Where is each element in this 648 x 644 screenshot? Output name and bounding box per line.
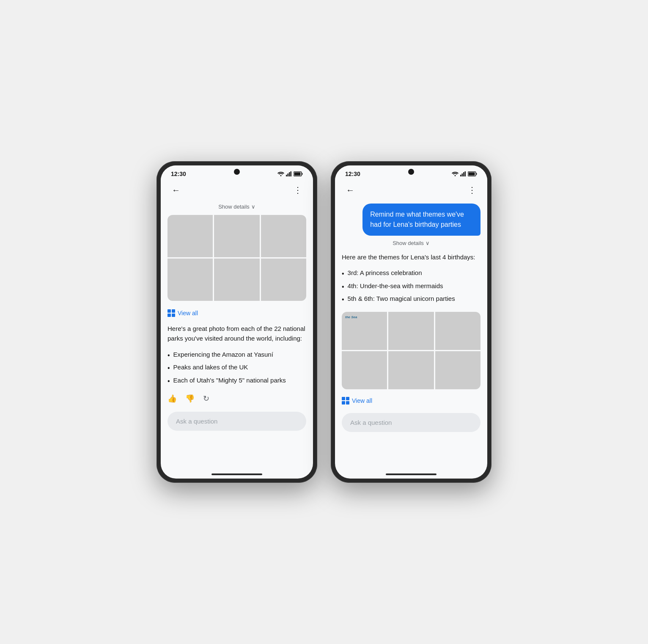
wifi-icon (277, 171, 284, 176)
photo-2-2[interactable] (388, 312, 434, 350)
photo-1-1[interactable] (167, 215, 213, 257)
camera-notch (234, 169, 240, 175)
home-indicator-1 (211, 473, 262, 475)
phone-1: 12:30 (157, 161, 317, 483)
svg-rect-14 (476, 173, 477, 175)
view-all-1[interactable]: View all (167, 306, 306, 322)
chat-bubble-2: Remind me what themes we've had for Lena… (362, 204, 481, 236)
photo-2-1[interactable] (342, 312, 387, 350)
wifi-icon-2 (452, 171, 459, 176)
phones-container: 12:30 (157, 161, 491, 483)
nav-bar-2: ← ⋮ (335, 180, 487, 200)
svg-point-8 (455, 175, 456, 176)
view-all-2[interactable]: View all (342, 394, 481, 410)
bullet-list-1: Experiencing the Amazon at Yasuní Peaks … (167, 347, 306, 389)
photo-2-6[interactable] (435, 351, 481, 389)
photo-2-4[interactable] (342, 351, 387, 389)
back-button-1[interactable]: ← (169, 183, 183, 197)
battery-icon-2 (468, 171, 477, 176)
photo-grid-2[interactable] (342, 312, 481, 389)
home-indicator-2 (386, 473, 437, 475)
more-menu-button-2[interactable]: ⋮ (465, 183, 479, 197)
grid-icon-2 (342, 397, 349, 405)
svg-rect-3 (289, 172, 290, 176)
svg-rect-6 (302, 173, 303, 175)
svg-rect-2 (288, 173, 289, 176)
response-intro-2: Here are the themes for Lena's last 4 bi… (342, 250, 481, 265)
nav-bar-1: ← ⋮ (161, 180, 313, 200)
phone-2: 12:30 (331, 161, 491, 483)
signal-icon (286, 171, 292, 176)
refresh-icon[interactable]: ↻ (203, 394, 209, 403)
photo-1-3[interactable] (261, 215, 306, 257)
thumbs-down-icon[interactable]: 👎 (185, 394, 195, 403)
photo-grid-1[interactable] (167, 215, 306, 301)
ask-input-1[interactable]: Ask a question (167, 412, 306, 431)
bullet-list-2: 3rd: A princess celebration 4th: Under-t… (342, 265, 481, 308)
show-details-2[interactable]: Show details ∨ (342, 237, 481, 250)
svg-rect-11 (463, 172, 464, 176)
feedback-row-1: 👍 👎 ↻ (167, 389, 306, 408)
photo-1-2[interactable] (214, 215, 259, 257)
bullet-item: Experiencing the Amazon at Yasuní (167, 349, 306, 362)
status-icons-1 (277, 171, 303, 176)
svg-rect-15 (469, 173, 475, 176)
bullet-item: 5th & 6th: Two magical unicorn parties (342, 293, 481, 306)
more-menu-button-1[interactable]: ⋮ (291, 183, 305, 197)
svg-point-0 (280, 175, 282, 176)
bullet-item: Each of Utah's "Mighty 5" national parks (167, 374, 306, 388)
ask-input-2[interactable]: Ask a question (342, 413, 481, 432)
svg-rect-4 (291, 171, 292, 176)
status-time-2: 12:30 (345, 171, 360, 177)
phone-2-screen: 12:30 (335, 165, 487, 479)
photo-2-5[interactable] (388, 351, 434, 389)
signal-icon-2 (460, 171, 466, 176)
bullet-item: Peaks and lakes of the UK (167, 361, 306, 374)
bullet-item: 4th: Under-the-sea with mermaids (342, 280, 481, 293)
thumbs-up-icon[interactable]: 👍 (167, 394, 177, 403)
scroll-content-1[interactable]: Show details ∨ View all (161, 200, 313, 472)
status-time-1: 12:30 (171, 171, 186, 177)
scroll-content-2[interactable]: Remind me what themes we've had for Lena… (335, 200, 487, 472)
status-icons-2 (452, 171, 477, 176)
back-button-2[interactable]: ← (343, 183, 357, 197)
svg-rect-9 (460, 175, 461, 176)
grid-icon-1 (167, 309, 175, 317)
svg-rect-1 (286, 175, 287, 176)
phone-1-screen: 12:30 (161, 165, 313, 479)
photo-2-3[interactable] (435, 312, 481, 350)
camera-notch-2 (408, 169, 414, 175)
svg-rect-7 (294, 173, 301, 176)
photo-1-6[interactable] (261, 259, 306, 301)
photo-1-4[interactable] (167, 259, 213, 301)
battery-icon (294, 171, 303, 176)
response-text-1: Here's a great photo from each of the 22… (167, 322, 306, 347)
bullet-item: 3rd: A princess celebration (342, 267, 481, 280)
show-details-1[interactable]: Show details ∨ (167, 200, 306, 215)
svg-rect-10 (462, 173, 463, 176)
photo-1-5[interactable] (214, 259, 259, 301)
svg-rect-12 (465, 171, 466, 176)
